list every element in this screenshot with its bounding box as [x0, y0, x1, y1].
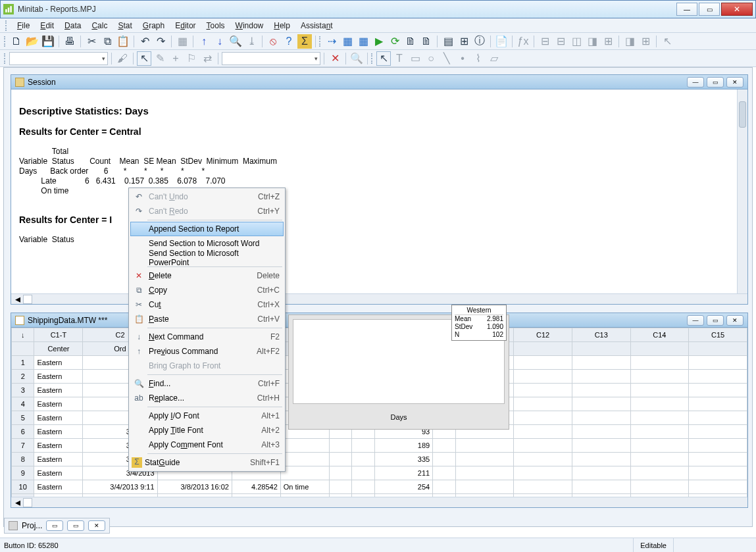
cell[interactable] — [572, 453, 630, 466]
context-item-cut[interactable]: ✂CutCtrl+X — [130, 297, 284, 312]
column-header[interactable]: Center — [34, 342, 83, 356]
context-item-send-section-to-microsoft-powerpoint[interactable]: Send Section to Microsoft PowerPoint — [130, 251, 284, 265]
data-horizontal-scrollbar[interactable]: ◂ — [11, 497, 747, 507]
cell[interactable] — [352, 480, 374, 494]
cell[interactable] — [329, 466, 351, 480]
draw-icon[interactable]: ✎ — [153, 51, 167, 66]
maximize-button[interactable]: ▭ — [699, 3, 720, 16]
cell[interactable] — [572, 439, 630, 453]
cell[interactable] — [630, 480, 689, 494]
pointer3-icon[interactable]: ↖ — [376, 51, 391, 66]
brush-icon[interactable]: 🖌 — [115, 51, 130, 66]
column-header[interactable]: ↓ — [12, 328, 34, 342]
cell[interactable] — [352, 453, 374, 466]
pointer-icon[interactable]: ↖ — [660, 34, 674, 49]
report-icon[interactable]: ⇢ — [324, 34, 339, 49]
session-body[interactable]: Descriptive Statistics: Days Results for… — [11, 89, 747, 293]
cell[interactable]: Eastern — [34, 384, 83, 397]
cell[interactable] — [352, 439, 374, 453]
cell[interactable]: Eastern — [34, 425, 83, 439]
cell[interactable]: Eastern — [34, 453, 83, 466]
menu-edit[interactable]: Edit — [35, 20, 59, 32]
context-item-apply-title-font[interactable]: Apply Title FontAlt+2 — [130, 423, 284, 438]
menu-editor[interactable]: Editor — [170, 20, 201, 32]
cell[interactable] — [630, 397, 689, 411]
play-icon[interactable]: ▶ — [372, 34, 386, 49]
doc-icon[interactable]: 🗎 — [403, 34, 418, 49]
cell[interactable]: Eastern — [34, 480, 83, 494]
t5-icon[interactable]: ⊞ — [601, 34, 615, 49]
menu-data[interactable]: Data — [59, 20, 86, 32]
context-item-next-command[interactable]: ↓Next CommandF2 — [130, 330, 284, 344]
cell[interactable] — [514, 453, 572, 466]
cell[interactable] — [630, 411, 689, 425]
paste-icon[interactable]: 📋 — [116, 34, 130, 49]
cell[interactable]: 4.28542 — [232, 480, 280, 494]
cell[interactable]: On time — [280, 494, 329, 497]
menu-tools[interactable]: Tools — [201, 20, 230, 32]
t7-icon[interactable]: ⊞ — [638, 34, 653, 49]
column-header[interactable]: C14 — [630, 328, 689, 342]
column-header[interactable]: C12 — [514, 328, 572, 342]
cell[interactable]: 264 — [374, 494, 433, 497]
delete-x-icon[interactable]: ✕ — [328, 51, 342, 66]
column-header[interactable] — [514, 342, 572, 356]
cell[interactable] — [352, 494, 374, 497]
data-icon[interactable]: ⊞ — [457, 34, 471, 49]
t2-icon[interactable]: ⊟ — [553, 34, 568, 49]
data-maximize-button[interactable]: ▭ — [707, 315, 724, 326]
close-button[interactable]: ✕ — [721, 3, 753, 16]
cell[interactable] — [689, 411, 747, 425]
cell[interactable]: 5.28125 — [232, 494, 280, 497]
text-icon[interactable]: T — [392, 51, 407, 66]
cell[interactable] — [329, 494, 351, 497]
cell[interactable]: 3/4/2013 9:11 — [83, 480, 157, 494]
cell[interactable] — [689, 425, 747, 439]
cell[interactable]: Eastern — [34, 356, 83, 370]
menu-file[interactable]: File — [12, 20, 35, 32]
cell[interactable]: Eastern — [34, 439, 83, 453]
menu-help[interactable]: Help — [268, 20, 295, 32]
find-icon[interactable]: 🔍 — [228, 34, 243, 49]
cell[interactable] — [433, 480, 455, 494]
cell[interactable] — [433, 494, 455, 497]
cell[interactable] — [572, 480, 630, 494]
cell[interactable] — [433, 439, 455, 453]
cell[interactable]: Eastern — [34, 411, 83, 425]
cell[interactable] — [689, 356, 747, 370]
plus-icon[interactable]: + — [168, 51, 183, 66]
save-icon[interactable]: 💾 — [41, 34, 55, 49]
statguide-icon[interactable]: Σ — [297, 34, 312, 49]
arrow-down-icon[interactable]: ↓ — [213, 34, 227, 49]
cell[interactable] — [630, 494, 689, 497]
horizontal-scrollbar[interactable]: ◂ — [11, 293, 747, 304]
copy-icon[interactable]: ⧉ — [100, 34, 114, 49]
minimize-button[interactable]: — — [676, 3, 697, 16]
cell[interactable] — [514, 480, 572, 494]
cell[interactable] — [280, 439, 329, 453]
cell[interactable]: Eastern — [34, 494, 83, 497]
cell[interactable] — [329, 480, 351, 494]
cell[interactable] — [689, 439, 747, 453]
cell[interactable] — [572, 466, 630, 480]
cell[interactable] — [455, 439, 514, 453]
variable-select2[interactable]: ▾ — [222, 52, 320, 65]
menu-graph[interactable]: Graph — [138, 20, 170, 32]
cell[interactable] — [455, 480, 514, 494]
cell[interactable] — [514, 384, 572, 397]
cell[interactable] — [280, 466, 329, 480]
cell[interactable]: 2 — [12, 370, 34, 384]
line-icon[interactable]: ╲ — [440, 51, 454, 66]
script-icon[interactable]: ⟳ — [388, 34, 402, 49]
context-item-paste[interactable]: 📋PasteCtrl+V — [130, 312, 284, 326]
cell[interactable]: 8 — [12, 453, 34, 466]
cell[interactable]: 9 — [12, 466, 34, 480]
cell[interactable]: 3 — [12, 384, 34, 397]
print-icon[interactable]: 🖶 — [63, 34, 77, 49]
project-bar[interactable]: Proj... ▭ ▭ ✕ — [4, 518, 110, 534]
cell[interactable]: 211 — [374, 466, 433, 480]
swap-icon[interactable]: ⇄ — [200, 51, 214, 66]
cell[interactable] — [514, 439, 572, 453]
cell[interactable] — [630, 439, 689, 453]
cell[interactable]: 10 — [12, 480, 34, 494]
